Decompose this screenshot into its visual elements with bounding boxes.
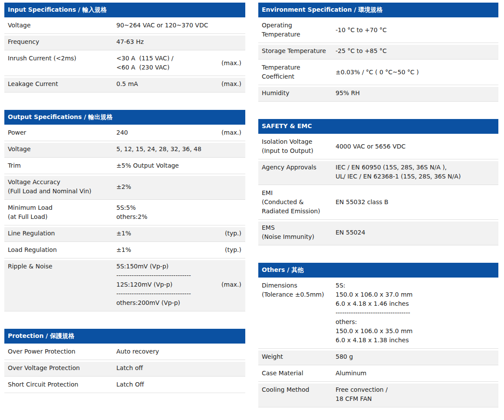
table-header: Input Specifications / 輸入規格 — [4, 3, 245, 17]
row-value: EN 55032 class B — [336, 198, 498, 207]
label-line: Isolation Voltage — [262, 137, 331, 146]
label-line: (Tolerance ±0.5mm) — [262, 290, 331, 299]
label-line: Voltage Accuracy — [8, 178, 112, 187]
table-row: Short Circuit ProtectionLatch Off — [4, 377, 245, 393]
label-line: Case Material — [262, 369, 331, 378]
value-line: <30 A (115 VAC) / — [116, 54, 217, 63]
label-line: Ripple & Noise — [8, 262, 112, 271]
row-note: (max.) — [217, 128, 245, 137]
value-line: ±2% — [116, 182, 245, 192]
row-label: Agency Approvals — [258, 163, 336, 172]
row-label: Trim — [4, 161, 116, 170]
table-header: Others / 其他 — [258, 263, 498, 278]
table-title: Protection / 保護規格 — [8, 332, 74, 339]
row-label: Over Voltage Protection — [4, 364, 116, 373]
row-note: (typ.) — [219, 229, 245, 238]
row-label: EMI(Conducted &Radiated Emission) — [258, 189, 336, 216]
value-line: 5S: — [336, 281, 498, 290]
row-value: 5S:150.0 x 106.0 x 37.0 mm6.0 x 4.18 x 1… — [336, 281, 498, 345]
row-label: Minimum Load(at Full Load) — [4, 203, 116, 222]
value-line: Auto recovery — [116, 347, 245, 356]
value-line: UL/ IEC / EN 62368-1 (15S, 28S, 36S N/A) — [336, 172, 498, 181]
value-line: 4000 VAC or 5656 VDC — [336, 142, 498, 151]
value-line: 95% RH — [336, 89, 498, 98]
row-value: 5S:150mV (Vp-p)-------------------------… — [116, 262, 217, 308]
label-line: Weight — [262, 352, 331, 361]
value-line: Latch off — [116, 364, 245, 373]
row-label: Voltage — [4, 145, 116, 154]
table-row: Load Regulation±1%(typ.) — [4, 242, 245, 258]
label-line: Storage Temperature — [262, 46, 331, 56]
row-value: EN 55024 — [336, 228, 498, 237]
value-line: 5, 12, 15, 24, 28, 32, 36, 48 — [116, 145, 245, 154]
row-note: (max.) — [217, 79, 245, 89]
label-line: Over Voltage Protection — [8, 364, 112, 373]
row-label: Voltage Accuracy(Full Load and Nominal V… — [4, 178, 116, 196]
table-row: Voltage Accuracy(Full Load and Nominal V… — [4, 174, 245, 200]
table-row: EMS(Noise Immunity)EN 55024 — [258, 220, 498, 245]
value-line: Aluminum — [336, 369, 498, 378]
label-line: Agency Approvals — [262, 163, 331, 172]
value-line: 5S:150mV (Vp-p) — [116, 262, 217, 271]
value-line: 47-63 Hz — [116, 37, 245, 46]
table-header: Environment Specification / 環境規格 — [258, 3, 498, 17]
row-note: (typ.) — [219, 245, 245, 255]
row-label: Humidity — [258, 89, 336, 98]
table-row: EMI(Conducted &Radiated Emission)EN 5503… — [258, 185, 498, 220]
row-value: 47-63 Hz — [116, 37, 245, 46]
row-label: Storage Temperature — [258, 46, 336, 56]
row-label: TemperatureCoefficient — [258, 63, 336, 81]
label-line: Temperature — [262, 63, 331, 72]
value-line: Free convection / — [336, 385, 498, 394]
value-line: others:200mV (Vp-p) — [116, 298, 217, 308]
value-line: others: — [336, 317, 498, 327]
value-line: 6.0 x 4.18 x 1.46 inches — [336, 299, 498, 308]
table-row: Ripple & Noise5S:150mV (Vp-p)-----------… — [4, 258, 245, 311]
row-label: Dimensions(Tolerance ±0.5mm) — [258, 281, 336, 299]
table-title: Output Specifications / 輸出規格 — [8, 113, 112, 120]
value-line: <60 A (230 VAC) — [116, 63, 217, 72]
spec-table-others: Others / 其他Dimensions(Tolerance ±0.5mm)5… — [258, 263, 498, 407]
label-line: EMI — [262, 189, 331, 198]
value-line: ±1% — [116, 245, 219, 255]
value-line: IEC / EN 60950 (15S, 28S, 36S N/A ), — [336, 163, 498, 172]
value-line: 150.0 x 106.0 x 35.0 mm — [336, 327, 498, 336]
table-row: Dimensions(Tolerance ±0.5mm)5S:150.0 x 1… — [258, 278, 498, 349]
table-row: Storage Temperature-25 °C to +85 °C — [258, 43, 498, 60]
value-line: others:2% — [116, 212, 245, 222]
label-line: Humidity — [262, 89, 331, 98]
label-line: Dimensions — [262, 281, 331, 290]
spec-table-environment-specification: Environment Specification / 環境規格Operatin… — [258, 3, 498, 102]
label-line: Over Power Protection — [8, 347, 112, 356]
table-row: Humidity95% RH — [258, 85, 498, 102]
spec-table-input-specifications: Input Specifications / 輸入規格Voltage90~264… — [4, 3, 245, 93]
table-row: Trim±5% Output Voltage — [4, 158, 245, 174]
value-line: 18 CFM FAN — [336, 394, 498, 403]
label-line: Leakage Current — [8, 79, 112, 89]
value-line: ±0.03% / °C ( 0 °C~50 °C ) — [336, 68, 498, 77]
row-value: Latch Off — [116, 380, 245, 389]
row-label: Voltage — [4, 21, 116, 30]
label-line: Frequency — [8, 37, 112, 46]
label-line: Operating — [262, 21, 331, 30]
table-row: TemperatureCoefficient±0.03% / °C ( 0 °C… — [258, 60, 498, 85]
row-value: 90~264 VAC or 120~370 VDC — [116, 21, 245, 30]
table-title: Others / 其他 — [262, 266, 303, 273]
table-header: Protection / 保護規格 — [4, 329, 245, 344]
table-row: Voltage5, 12, 15, 24, 28, 32, 36, 48 — [4, 141, 245, 158]
row-label: Load Regulation — [4, 245, 116, 255]
table-row: Power240(max.) — [4, 125, 245, 141]
table-row: Over Voltage ProtectionLatch off — [4, 360, 245, 377]
row-value: ±5% Output Voltage — [116, 161, 245, 170]
label-line: Voltage — [8, 145, 112, 154]
table-row: Weight580 g — [258, 349, 498, 365]
table-row: Agency ApprovalsIEC / EN 60950 (15S, 28S… — [258, 159, 498, 185]
row-note: (max.) — [217, 59, 245, 68]
table-row: OperatingTemperature-10 °C to +70 °C — [258, 17, 498, 43]
row-value: 580 g — [336, 352, 498, 361]
row-label: Line Regulation — [4, 229, 116, 238]
label-line: Radiated Emission) — [262, 207, 331, 216]
table-row: Leakage Current0.5 mA(max.) — [4, 76, 245, 93]
value-line: ±5% Output Voltage — [116, 161, 245, 170]
table-title: Environment Specification / 環境規格 — [262, 6, 382, 13]
